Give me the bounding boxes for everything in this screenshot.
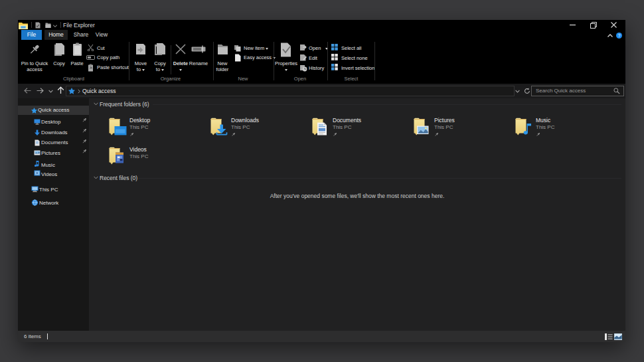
svg-text:?: ?: [618, 33, 621, 38]
